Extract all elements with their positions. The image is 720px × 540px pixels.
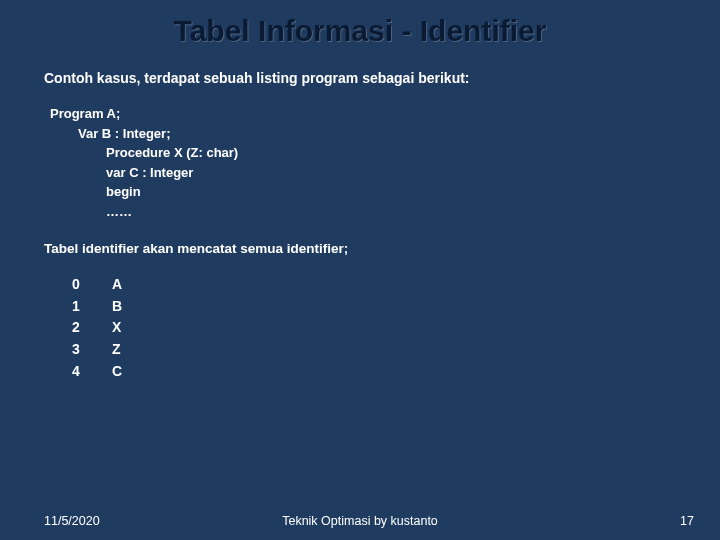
table-row: 3 Z [72,339,676,361]
footer-author: Teknik Optimasi by kustanto [282,514,438,528]
code-listing: Program A; Var B : Integer; Procedure X … [44,104,676,221]
footer-date: 11/5/2020 [44,514,100,528]
note-text: Tabel identifier akan mencatat semua ide… [44,241,676,256]
table-value: X [112,317,152,339]
table-value: Z [112,339,152,361]
footer-page-number: 17 [680,514,694,528]
intro-text: Contoh kasus, terdapat sebuah listing pr… [44,70,676,86]
table-row: 0 A [72,274,676,296]
code-line: begin [106,182,676,202]
code-line: var C : Integer [106,163,676,183]
table-index: 0 [72,274,112,296]
table-index: 3 [72,339,112,361]
footer: 11/5/2020 Teknik Optimasi by kustanto 17 [0,514,720,528]
table-index: 4 [72,361,112,383]
table-value: B [112,296,152,318]
code-line: Var B : Integer; [78,124,676,144]
table-row: 4 C [72,361,676,383]
content-area: Contoh kasus, terdapat sebuah listing pr… [0,70,720,382]
identifier-table: 0 A 1 B 2 X 3 Z 4 C [72,274,676,382]
code-line: Procedure X (Z: char) [106,143,676,163]
table-index: 2 [72,317,112,339]
page-title: Tabel Informasi - Identifier [0,0,720,58]
table-row: 2 X [72,317,676,339]
code-line: …… [106,202,676,222]
table-value: A [112,274,152,296]
code-line: Program A; [50,104,676,124]
table-index: 1 [72,296,112,318]
table-row: 1 B [72,296,676,318]
table-value: C [112,361,152,383]
